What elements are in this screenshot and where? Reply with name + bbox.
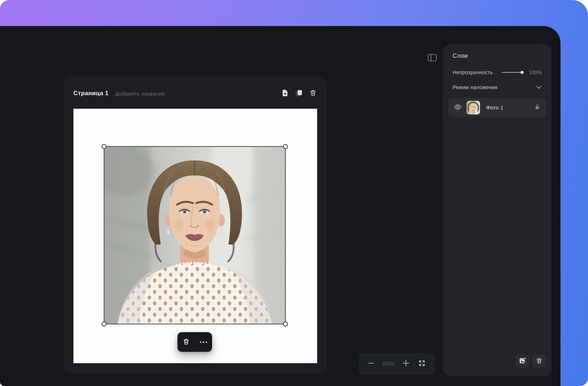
toggle-layers-panel-button[interactable] bbox=[427, 53, 438, 63]
editor-window: Страница 1 Добавить название bbox=[0, 0, 588, 386]
layers-panel: Слои Непрозрачность 100% Режим наложения bbox=[443, 44, 551, 376]
layers-panel-title: Слои bbox=[453, 52, 542, 60]
opacity-label: Непрозрачность bbox=[453, 70, 502, 75]
zoom-out-button[interactable] bbox=[367, 359, 376, 369]
expand-icon bbox=[418, 359, 426, 368]
layer-lock-button[interactable] bbox=[533, 103, 541, 112]
page-panel: Страница 1 Добавить название bbox=[64, 77, 326, 374]
lock-icon bbox=[534, 104, 540, 111]
more-options-button[interactable] bbox=[199, 338, 208, 347]
plus-icon bbox=[402, 359, 410, 368]
layer-name: Фото 1 bbox=[486, 104, 533, 110]
blend-mode-dropdown[interactable]: Режим наложения bbox=[453, 84, 542, 91]
page-title: Страница 1 bbox=[73, 90, 108, 97]
sidebar-panel-icon bbox=[428, 53, 437, 63]
chevron-down-icon bbox=[536, 84, 542, 91]
delete-selection-button[interactable] bbox=[182, 338, 191, 347]
delete-layer-button[interactable] bbox=[532, 354, 546, 368]
delete-page-button[interactable] bbox=[308, 89, 318, 98]
image-add-icon bbox=[519, 357, 526, 366]
selection-toolbar bbox=[177, 332, 212, 352]
page-header: Страница 1 Добавить название bbox=[73, 87, 318, 100]
more-icon bbox=[200, 341, 207, 343]
page-name-input[interactable]: Добавить название bbox=[115, 91, 165, 97]
zoom-controls: 60% bbox=[359, 353, 435, 375]
selection-box[interactable] bbox=[104, 146, 286, 324]
app-surface: Страница 1 Добавить название bbox=[0, 26, 561, 386]
blend-mode-label: Режим наложения bbox=[453, 84, 497, 90]
opacity-row: Непрозрачность 100% bbox=[453, 70, 542, 75]
layer-thumbnail bbox=[466, 101, 480, 114]
layer-visibility-button[interactable] bbox=[453, 103, 462, 112]
fit-screen-button[interactable] bbox=[417, 359, 427, 369]
slider-track bbox=[502, 72, 522, 73]
trash-icon bbox=[536, 357, 543, 365]
design-canvas[interactable] bbox=[73, 109, 317, 363]
opacity-value: 100% bbox=[527, 70, 542, 75]
trash-icon bbox=[182, 338, 190, 346]
zoom-level-value: 60% bbox=[383, 361, 395, 367]
opacity-slider[interactable] bbox=[502, 70, 522, 75]
resize-handle-top-left[interactable] bbox=[102, 144, 107, 149]
add-page-icon bbox=[281, 89, 289, 98]
resize-handle-bottom-right[interactable] bbox=[283, 321, 288, 326]
add-image-layer-button[interactable] bbox=[516, 354, 529, 368]
slider-thumb[interactable] bbox=[521, 71, 523, 74]
duplicate-page-icon bbox=[295, 89, 303, 98]
minus-icon bbox=[368, 360, 375, 368]
resize-handle-top-right[interactable] bbox=[283, 144, 288, 149]
eye-icon bbox=[454, 103, 462, 112]
layers-panel-actions bbox=[516, 354, 546, 368]
resize-handle-bottom-left[interactable] bbox=[102, 321, 107, 326]
duplicate-page-button[interactable] bbox=[294, 89, 304, 98]
add-page-button[interactable] bbox=[280, 89, 290, 98]
trash-icon bbox=[309, 89, 317, 98]
layer-item[interactable]: Фото 1 bbox=[448, 98, 546, 117]
zoom-in-button[interactable] bbox=[401, 359, 411, 369]
